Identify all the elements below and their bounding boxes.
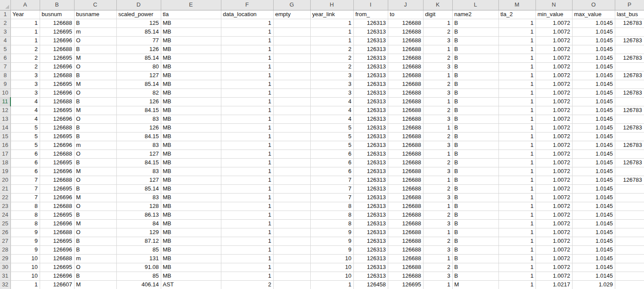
cell-N30[interactable]: 1.0072	[536, 263, 572, 272]
cell-E21[interactable]: MB	[161, 184, 221, 193]
cell-H5[interactable]: 2	[310, 45, 353, 54]
cell-N3[interactable]: 1.0072	[536, 27, 572, 36]
cell-G32[interactable]	[273, 280, 310, 289]
cell-P13[interactable]	[615, 115, 644, 123]
cell-G26[interactable]	[273, 228, 310, 237]
cell-A18[interactable]: 6	[10, 158, 40, 167]
cell-B12[interactable]: 126695	[40, 106, 74, 115]
column-header-N[interactable]: N	[536, 0, 572, 10]
cell-O8[interactable]: 1.0145	[572, 71, 615, 80]
cell-B3[interactable]: 126695	[40, 27, 74, 36]
cell-A4[interactable]: 1	[10, 36, 40, 45]
cell-B9[interactable]: 126695	[40, 80, 74, 88]
cell-C25[interactable]: M	[74, 219, 116, 228]
row-header-27[interactable]: 27	[0, 237, 10, 245]
cell-C32[interactable]: M	[74, 280, 116, 289]
cell-L4[interactable]: B	[452, 36, 498, 45]
cell-J2[interactable]: 126688	[388, 19, 423, 27]
cell-K17[interactable]: 1	[423, 150, 452, 158]
cell-N18[interactable]: 1.0072	[536, 158, 572, 167]
cell-D20[interactable]: 127	[116, 176, 161, 184]
cell-M10[interactable]: 1	[498, 88, 536, 97]
cell-K32[interactable]: 1	[423, 280, 452, 289]
cell-E25[interactable]: MB	[161, 219, 221, 228]
cell-E20[interactable]: MB	[161, 176, 221, 184]
cell-H28[interactable]: 9	[310, 245, 353, 254]
cell-G10[interactable]	[273, 88, 310, 97]
cell-C29[interactable]: m	[74, 254, 116, 263]
row-header-32[interactable]: 32	[0, 280, 10, 289]
cell-E11[interactable]: MB	[161, 97, 221, 106]
cell-I26[interactable]: 126313	[353, 228, 388, 237]
cell-L13[interactable]: B	[452, 115, 498, 123]
cell-A7[interactable]: 2	[10, 62, 40, 71]
cell-F24[interactable]: 1	[221, 211, 273, 219]
cell-N25[interactable]: 1.0072	[536, 219, 572, 228]
cell-I10[interactable]: 126313	[353, 88, 388, 97]
cell-I23[interactable]: 126313	[353, 202, 388, 211]
cell-F14[interactable]: 1	[221, 123, 273, 132]
column-header-G[interactable]: G	[273, 0, 310, 10]
cell-C28[interactable]: B	[74, 245, 116, 254]
cell-J26[interactable]: 126688	[388, 228, 423, 237]
cell-C20[interactable]: O	[74, 176, 116, 184]
cell-N19[interactable]: 1.0072	[536, 167, 572, 176]
cell-A20[interactable]: 7	[10, 176, 40, 184]
cell-M20[interactable]: 1	[498, 176, 536, 184]
cell-L23[interactable]: B	[452, 202, 498, 211]
cell-N28[interactable]: 1.0072	[536, 245, 572, 254]
cell-J22[interactable]: 126688	[388, 193, 423, 202]
cell-O23[interactable]: 1.0145	[572, 202, 615, 211]
cell-C2[interactable]: B	[74, 19, 116, 27]
cell-E16[interactable]: MB	[161, 141, 221, 150]
row-header-19[interactable]: 19	[0, 167, 10, 176]
cell-H9[interactable]: 3	[310, 80, 353, 88]
cell-N20[interactable]: 1.0072	[536, 176, 572, 184]
cell-M30[interactable]: 1	[498, 263, 536, 272]
cell-O1[interactable]: max_value	[572, 10, 615, 19]
cell-O24[interactable]: 1.0145	[572, 211, 615, 219]
row-header-14[interactable]: 14	[0, 123, 10, 132]
cell-K1[interactable]: digit	[423, 10, 452, 19]
row-header-2[interactable]: 2	[0, 19, 10, 27]
cell-I30[interactable]: 126313	[353, 263, 388, 272]
cell-A6[interactable]: 2	[10, 54, 40, 62]
cell-K11[interactable]: 1	[423, 97, 452, 106]
row-header-12[interactable]: 12	[0, 106, 10, 115]
cell-O21[interactable]: 1.0145	[572, 184, 615, 193]
cell-P9[interactable]	[615, 80, 644, 88]
cell-F15[interactable]: 1	[221, 132, 273, 141]
column-header-P[interactable]: P	[615, 0, 644, 10]
cell-H15[interactable]: 5	[310, 132, 353, 141]
cell-O19[interactable]: 1.0145	[572, 167, 615, 176]
cell-P10[interactable]: 126783	[615, 88, 644, 97]
cell-B30[interactable]: 126695	[40, 263, 74, 272]
cell-C19[interactable]: M	[74, 167, 116, 176]
cell-D28[interactable]: 85	[116, 245, 161, 254]
cell-P25[interactable]	[615, 219, 644, 228]
cell-O6[interactable]: 1.0145	[572, 54, 615, 62]
column-header-L[interactable]: L	[452, 0, 498, 10]
cell-O28[interactable]: 1.0145	[572, 245, 615, 254]
cell-N9[interactable]: 1.0072	[536, 80, 572, 88]
row-header-28[interactable]: 28	[0, 245, 10, 254]
cell-P29[interactable]	[615, 254, 644, 263]
cell-E6[interactable]: MB	[161, 54, 221, 62]
cell-O13[interactable]: 1.0145	[572, 115, 615, 123]
cell-D17[interactable]: 127	[116, 150, 161, 158]
cell-C11[interactable]: B	[74, 97, 116, 106]
cell-F26[interactable]: 1	[221, 228, 273, 237]
cell-I31[interactable]: 126313	[353, 272, 388, 280]
cell-D11[interactable]: 126	[116, 97, 161, 106]
cell-K27[interactable]: 2	[423, 237, 452, 245]
cell-E2[interactable]: MB	[161, 19, 221, 27]
cell-P1[interactable]: last_bus	[615, 10, 644, 19]
cell-F7[interactable]: 1	[221, 62, 273, 71]
cell-L11[interactable]: B	[452, 97, 498, 106]
cell-N2[interactable]: 1.0072	[536, 19, 572, 27]
cell-J12[interactable]: 126688	[388, 106, 423, 115]
row-header-6[interactable]: 6	[0, 54, 10, 62]
cell-K9[interactable]: 2	[423, 80, 452, 88]
cell-B27[interactable]: 126695	[40, 237, 74, 245]
cell-N31[interactable]: 1.0072	[536, 272, 572, 280]
